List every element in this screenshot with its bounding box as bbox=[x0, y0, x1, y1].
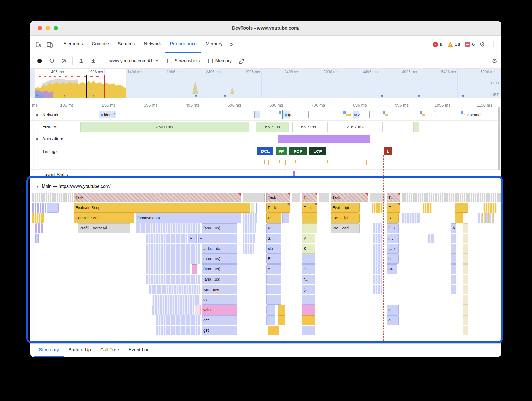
flame-bar[interactable]: RF bbox=[387, 264, 397, 274]
flame-bar[interactable] bbox=[463, 305, 468, 315]
expand-network-icon[interactable]: ▶ bbox=[36, 113, 40, 117]
flame-bar[interactable] bbox=[451, 275, 456, 284]
frame-duration-bar[interactable]: 66.7 ms bbox=[256, 122, 289, 132]
flame-bar[interactable] bbox=[282, 213, 289, 223]
flame-bar[interactable] bbox=[451, 244, 456, 254]
flame-bar[interactable] bbox=[32, 203, 46, 213]
selection-handle-right[interactable] bbox=[126, 69, 128, 98]
tab-console[interactable]: Console bbox=[87, 36, 113, 53]
flame-bar[interactable]: b… bbox=[387, 254, 399, 264]
close-window-button[interactable] bbox=[38, 26, 42, 30]
frame-duration-bar[interactable]: 66.7 ms bbox=[292, 122, 325, 132]
flame-bar[interactable]: v bbox=[198, 234, 237, 243]
timing-marker-lcp[interactable]: LCP bbox=[309, 147, 326, 155]
flame-bar[interactable]: cy bbox=[202, 295, 237, 305]
network-track[interactable]: ▶ Network identifi…gui…v…C…Generatel bbox=[30, 109, 501, 121]
flame-bar[interactable]: f… bbox=[302, 254, 315, 264]
screenshots-checkbox[interactable] bbox=[167, 59, 172, 63]
flame-bar[interactable]: value bbox=[202, 305, 237, 315]
profile-history-select[interactable]: www.youtube.com #1 ▼ bbox=[107, 58, 161, 64]
timing-marker-dcl[interactable]: DCL bbox=[257, 147, 273, 155]
frame-duration-bar[interactable]: 450.0 ms bbox=[80, 122, 249, 132]
flame-bar[interactable]: e… bbox=[266, 264, 281, 274]
flame-bar[interactable]: (…) bbox=[387, 244, 399, 254]
flame-bar[interactable]: (ano…us) bbox=[202, 264, 237, 274]
network-request[interactable]: identifi… bbox=[99, 111, 130, 118]
flame-bar[interactable] bbox=[35, 234, 39, 243]
timing-marker-l[interactable]: L bbox=[384, 147, 392, 155]
timing-marker-fp[interactable]: FP bbox=[276, 147, 287, 155]
selection-handle-left[interactable] bbox=[33, 69, 35, 98]
flame-bar[interactable] bbox=[463, 275, 468, 284]
minimize-window-button[interactable] bbox=[46, 26, 50, 30]
memory-checkbox[interactable] bbox=[208, 59, 213, 63]
flame-bar[interactable] bbox=[146, 275, 200, 284]
flame-bar[interactable]: (ano…us) bbox=[202, 275, 237, 284]
flame-bar[interactable]: (… bbox=[302, 285, 315, 294]
frame-duration-bar[interactable] bbox=[413, 122, 419, 132]
flame-bar[interactable] bbox=[455, 213, 463, 223]
flame-bar[interactable] bbox=[302, 315, 315, 325]
flame-bar[interactable]: F…k bbox=[302, 203, 317, 213]
flame-bar[interactable] bbox=[266, 315, 275, 325]
clear-recording-button[interactable]: ⊘ bbox=[59, 56, 69, 66]
network-request[interactable]: gui… bbox=[283, 111, 309, 118]
flame-bar[interactable] bbox=[463, 326, 468, 335]
more-options-kebab-icon[interactable]: ⋮ bbox=[490, 41, 496, 48]
issues-count-badge[interactable]: 6 bbox=[465, 42, 475, 47]
flame-bar[interactable]: T… bbox=[302, 193, 317, 202]
flame-bar[interactable] bbox=[292, 193, 300, 202]
flame-bar[interactable]: (…) bbox=[387, 223, 399, 233]
flame-bar[interactable] bbox=[463, 254, 468, 264]
flame-bar[interactable] bbox=[372, 203, 383, 213]
flame-bar[interactable]: Bla bbox=[266, 254, 281, 264]
collect-garbage-icon[interactable] bbox=[237, 56, 247, 66]
flame-bar[interactable]: g… bbox=[387, 315, 399, 325]
flame-bar[interactable] bbox=[373, 234, 382, 243]
flame-bar[interactable]: (ano…us) bbox=[202, 254, 237, 264]
flame-bar[interactable]: R… bbox=[266, 223, 281, 233]
flame-bar[interactable]: F…l bbox=[302, 213, 317, 223]
flame-bar[interactable] bbox=[243, 244, 254, 254]
flame-bar[interactable]: Compile Script bbox=[74, 213, 134, 223]
layout-shifts-track[interactable]: Layout Shifts bbox=[30, 170, 501, 180]
timings-track[interactable]: Timings DCLFPFCPLCPL bbox=[30, 145, 501, 158]
flame-bar[interactable] bbox=[47, 203, 59, 213]
flame-bar[interactable] bbox=[373, 275, 382, 284]
flame-bar[interactable]: T… bbox=[387, 193, 400, 202]
flame-bar[interactable] bbox=[243, 213, 257, 223]
flame-bar[interactable] bbox=[463, 244, 468, 254]
expand-animations-icon[interactable]: ▶ bbox=[36, 137, 40, 141]
flame-bar[interactable]: f… bbox=[302, 275, 315, 284]
flame-bar[interactable]: get bbox=[202, 326, 237, 335]
flame-bar[interactable] bbox=[373, 264, 382, 274]
tab-network[interactable]: Network bbox=[139, 36, 165, 53]
flame-bar[interactable] bbox=[373, 244, 382, 254]
flame-bar[interactable] bbox=[152, 295, 200, 305]
flame-bar[interactable] bbox=[463, 264, 468, 274]
flame-bar[interactable] bbox=[251, 203, 254, 213]
device-toolbar-icon[interactable] bbox=[44, 38, 55, 51]
flame-bar[interactable] bbox=[373, 285, 382, 294]
flame-bar[interactable] bbox=[156, 315, 200, 325]
flame-bar[interactable]: (anonymous) bbox=[136, 213, 241, 223]
flame-bar[interactable]: Com…ipt bbox=[331, 213, 360, 223]
flame-bar[interactable] bbox=[256, 203, 258, 213]
animations-track[interactable]: ▶ Animations bbox=[30, 133, 501, 145]
flame-bar[interactable] bbox=[32, 193, 73, 202]
flame-bar[interactable] bbox=[451, 254, 456, 264]
settings-gear-icon[interactable]: ⚙ bbox=[480, 41, 485, 48]
flame-bar[interactable] bbox=[266, 295, 281, 305]
flame-bar[interactable]: d bbox=[302, 264, 315, 274]
flame-bar[interactable]: S bbox=[302, 244, 315, 254]
flame-bar[interactable] bbox=[463, 285, 468, 294]
flame-bar[interactable]: Task bbox=[266, 193, 290, 202]
error-count-badge[interactable]: × 8 bbox=[433, 42, 443, 47]
flame-bar[interactable]: V bbox=[302, 234, 315, 243]
details-tab-event-log[interactable]: Event Log bbox=[124, 344, 154, 357]
flame-bar[interactable] bbox=[243, 193, 265, 202]
network-request[interactable]: C… bbox=[434, 111, 446, 118]
flame-bar[interactable] bbox=[402, 193, 501, 202]
collapse-main-icon[interactable]: ▼ bbox=[36, 184, 39, 188]
flame-bar[interactable] bbox=[451, 285, 456, 294]
